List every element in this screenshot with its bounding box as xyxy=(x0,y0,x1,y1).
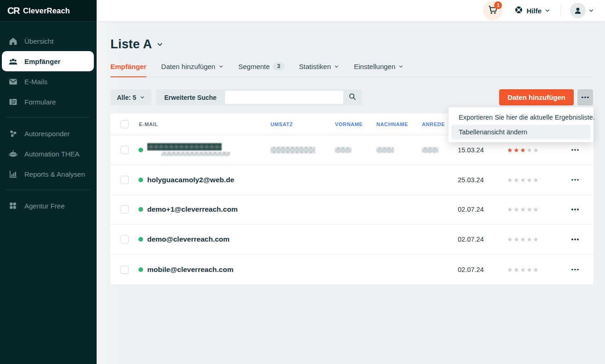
search-button[interactable] xyxy=(343,89,362,105)
chevron-down-icon xyxy=(334,64,339,69)
grid-icon xyxy=(8,201,18,211)
table-row: holyguacamoly2@web.de25.03.24★★★★★ xyxy=(110,165,593,195)
recipient-email[interactable]: holyguacamoly2@web.de xyxy=(147,176,234,184)
account-menu[interactable] xyxy=(570,3,594,18)
table-body: 15.03.24★★★★★holyguacamoly2@web.de25.03.… xyxy=(110,135,593,284)
sidebar-item-grid[interactable]: Agentur Free xyxy=(0,196,97,216)
chevron-down-icon xyxy=(219,64,224,69)
more-actions-button[interactable] xyxy=(577,89,593,105)
rating-stars[interactable]: ★★★★★ xyxy=(507,266,539,273)
redacted-cell xyxy=(271,146,315,153)
row-actions-button[interactable] xyxy=(570,206,581,214)
star-icon: ★ xyxy=(520,206,526,213)
tab-bar: EmpfängerDaten hinzufügenSegmente3Statis… xyxy=(110,62,593,77)
star-icon: ★ xyxy=(513,206,520,213)
status-dot xyxy=(138,207,143,212)
star-icon: ★ xyxy=(507,146,513,154)
table-row: demo+1@cleverreach.com02.07.24★★★★★ xyxy=(110,195,593,225)
list-switch-chevron-icon[interactable] xyxy=(156,41,163,48)
row-actions-button[interactable] xyxy=(570,146,581,154)
rating-stars[interactable]: ★★★★★ xyxy=(507,146,539,154)
sidebar-item-envelope[interactable]: E-Mails xyxy=(0,71,97,92)
star-icon: ★ xyxy=(507,236,513,243)
row-checkbox[interactable] xyxy=(121,205,129,214)
recipient-email[interactable]: mobile@cleverreach.com xyxy=(147,266,233,274)
sidebar-item-users[interactable]: Empfänger xyxy=(2,51,94,71)
tab-label: Segmente xyxy=(238,63,270,70)
row-checkbox[interactable] xyxy=(121,266,129,274)
brand-logo[interactable]: CR CleverReach xyxy=(0,0,97,22)
column-header-umsatz[interactable]: UMSATZ xyxy=(271,121,293,127)
rating-stars[interactable]: ★★★★★ xyxy=(507,236,539,243)
table-row: demo@cleverreach.com02.07.24★★★★★ xyxy=(110,225,593,254)
row-checkbox[interactable] xyxy=(121,146,129,154)
more-actions-menu: Exportieren Sie hier die aktuelle Ergebn… xyxy=(449,107,593,142)
chevron-down-icon xyxy=(588,8,594,13)
topbar-divider xyxy=(560,4,561,17)
sidebar-item-label: Übersicht xyxy=(24,37,53,45)
sidebar-item-label: Agentur Free xyxy=(24,202,65,210)
sidebar: CR CleverReach ÜbersichtEmpfängerE-Mails… xyxy=(0,0,97,364)
chevron-down-icon xyxy=(140,95,145,100)
sidebar-item-robot[interactable]: Automation THEA xyxy=(0,144,97,164)
tab-einstellungen[interactable]: Einstellungen xyxy=(354,62,403,77)
tab-daten-hinzuf-gen[interactable]: Daten hinzufügen xyxy=(161,62,224,77)
rating-stars[interactable]: ★★★★★ xyxy=(507,176,539,184)
tab-empf-nger[interactable]: Empfänger xyxy=(110,62,146,77)
star-icon: ★ xyxy=(533,206,539,213)
star-icon: ★ xyxy=(520,266,526,273)
star-icon: ★ xyxy=(513,176,520,184)
star-icon: ★ xyxy=(533,236,539,243)
star-icon: ★ xyxy=(526,266,533,273)
recipient-date: 02.07.24 xyxy=(458,266,484,273)
autoresponder-icon xyxy=(8,129,18,139)
row-actions-button[interactable] xyxy=(570,176,581,184)
tab-label: Daten hinzufügen xyxy=(161,63,215,70)
select-all-checkbox[interactable] xyxy=(121,120,129,128)
star-icon: ★ xyxy=(520,236,526,243)
help-menu[interactable]: Hilfe xyxy=(514,6,550,16)
tab-segmente[interactable]: Segmente3 xyxy=(238,62,284,77)
sidebar-item-label: Autoresponder xyxy=(24,130,69,138)
tab-statistiken[interactable]: Statistiken xyxy=(299,62,339,77)
row-checkbox[interactable] xyxy=(121,176,129,184)
row-actions-button[interactable] xyxy=(570,266,581,273)
column-header-anrede[interactable]: ANREDE xyxy=(422,121,445,127)
recipient-email[interactable]: demo@cleverreach.com xyxy=(147,235,230,243)
star-icon: ★ xyxy=(533,266,539,273)
sidebar-item-form[interactable]: Formulare xyxy=(0,92,97,112)
sidebar-item-autoresponder[interactable]: Autoresponder xyxy=(0,123,97,144)
chevron-down-icon xyxy=(545,8,550,13)
column-header-nachname[interactable]: NACHNAME xyxy=(376,121,408,127)
column-header-vorname[interactable]: VORNAME xyxy=(335,121,363,127)
toolbar: Alle: 5 Erweiterte Suche Daten hinzufüge… xyxy=(110,89,593,105)
sidebar-item-label: Formulare xyxy=(24,98,56,106)
row-actions-button[interactable] xyxy=(570,236,581,243)
recipient-date: 15.03.24 xyxy=(458,146,484,154)
sidebar-item-home[interactable]: Übersicht xyxy=(0,31,97,51)
status-dot xyxy=(138,148,143,152)
life-ring-icon xyxy=(514,6,523,16)
menu-item[interactable]: Tabellenansicht ändern xyxy=(451,125,591,139)
star-icon: ★ xyxy=(513,146,520,154)
recipient-email[interactable]: demo+1@cleverreach.com xyxy=(147,205,237,214)
cart-button[interactable]: 1 xyxy=(483,1,502,20)
redacted-email xyxy=(147,143,230,156)
status-dot xyxy=(138,267,143,272)
add-data-button[interactable]: Daten hinzufügen xyxy=(499,89,574,105)
star-icon: ★ xyxy=(513,236,520,243)
search-input[interactable] xyxy=(225,91,343,104)
sidebar-item-chart[interactable]: Reports & Analysen xyxy=(0,164,97,184)
brand-name: CleverReach xyxy=(23,6,70,15)
menu-item[interactable]: Exportieren Sie hier die aktuelle Ergebn… xyxy=(451,110,591,125)
form-icon xyxy=(8,97,18,107)
row-checkbox[interactable] xyxy=(121,235,129,243)
search-icon xyxy=(348,92,357,102)
recipient-date: 02.07.24 xyxy=(458,236,484,243)
filter-all-dropdown[interactable]: Alle: 5 xyxy=(110,89,151,105)
star-icon: ★ xyxy=(526,236,533,243)
home-icon xyxy=(8,36,18,46)
cart-badge: 1 xyxy=(494,1,502,9)
advanced-search-label[interactable]: Erweiterte Suche xyxy=(156,94,225,101)
rating-stars[interactable]: ★★★★★ xyxy=(507,206,539,213)
